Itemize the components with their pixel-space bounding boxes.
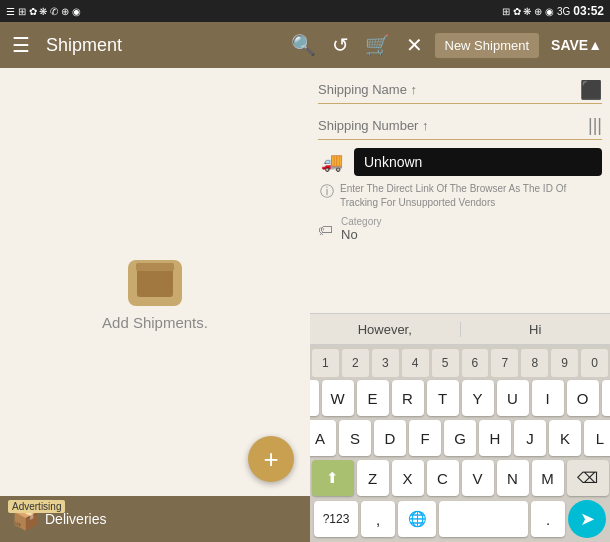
category-row: 🏷 Category No [318,216,602,242]
keyboard-row-1: Q W E R T Y U I O P [312,380,608,416]
key-c[interactable]: C [427,460,459,496]
delete-key[interactable]: ⌫ [567,460,609,496]
key-3[interactable]: 3 [372,349,399,377]
key-s[interactable]: S [339,420,371,456]
key-o[interactable]: O [567,380,599,416]
signal-icon: 3G [557,6,570,17]
send-key[interactable]: ➤ [568,500,606,538]
deliveries-label: Deliveries [45,511,106,527]
app-bar: ☰ Shipment 🔍 ↺ 🛒 ✕ New Shipment SAVE▲ [0,22,610,68]
key-y[interactable]: Y [462,380,494,416]
keyboard-row-3: ⬆ Z X C V N M ⌫ [312,460,608,496]
key-9[interactable]: 9 [551,349,578,377]
globe-key[interactable]: 🌐 [398,501,436,537]
key-5[interactable]: 5 [432,349,459,377]
keyboard-bottom-row: ?123 , 🌐 . ➤ [312,500,608,538]
category-value: No [341,227,382,242]
left-panel: Add Shipments. + Advertising 📦 Deliverie… [0,68,310,542]
refresh-icon[interactable]: ↺ [328,29,353,61]
key-2[interactable]: 2 [342,349,369,377]
key-4[interactable]: 4 [402,349,429,377]
key-1[interactable]: 1 [312,349,339,377]
key-d[interactable]: D [374,420,406,456]
status-right-icons: ⊞ ✿ ❋ ⊕ ◉ [502,6,554,17]
category-label: Category [341,216,382,227]
status-bar: ☰ ⊞ ✿ ❋ ✆ ⊕ ◉ ⊞ ✿ ❋ ⊕ ◉ 3G 03:52 [0,0,610,22]
autocomplete-item-1[interactable]: However, [310,322,461,337]
shift-key[interactable]: ⬆ [312,460,354,496]
key-x[interactable]: X [392,460,424,496]
advertising-badge: Advertising [8,500,65,513]
key-u[interactable]: U [497,380,529,416]
barcode-scan-button[interactable]: ||| [588,115,602,136]
search-icon[interactable]: 🔍 [287,29,320,61]
package-box [137,269,173,297]
fab-button[interactable]: + [248,436,294,482]
bottom-nav: Advertising 📦 Deliveries [0,496,310,542]
truck-icon: 🚚 [318,148,346,176]
key-j[interactable]: J [514,420,546,456]
carrier-badge: Unknown [354,148,602,176]
key-f[interactable]: F [409,420,441,456]
key-i[interactable]: I [532,380,564,416]
key-7[interactable]: 7 [491,349,518,377]
key-k[interactable]: K [549,420,581,456]
shipping-number-field: ||| [318,112,602,140]
new-shipment-button[interactable]: New Shipment [435,33,540,58]
category-content: Category No [341,216,382,242]
menu-icon[interactable]: ☰ [8,29,34,61]
carrier-row: 🚚 Unknown [318,148,602,176]
add-shipment-text: Add Shipments. [102,314,208,331]
key-r[interactable]: R [392,380,424,416]
key-0[interactable]: 0 [581,349,608,377]
tag-icon: 🏷 [318,221,333,238]
keyboard: 1 2 3 4 5 6 7 8 9 0 Q W E R T Y U I [310,345,610,542]
autocomplete-item-2[interactable]: Hi [461,322,611,337]
autocomplete-bar: However, Hi [310,313,610,345]
key-m[interactable]: M [532,460,564,496]
save-button[interactable]: SAVE▲ [551,37,602,53]
shipping-number-input[interactable] [318,114,588,137]
keyboard-row-2: A S D F G H J K L [312,420,608,456]
package-icon [128,260,182,306]
key-t[interactable]: T [427,380,459,416]
key-e[interactable]: E [357,380,389,416]
status-left-icons: ☰ ⊞ ✿ ❋ ✆ ⊕ ◉ [6,6,81,17]
key-6[interactable]: 6 [462,349,489,377]
main-content: Add Shipments. + Advertising 📦 Deliverie… [0,68,610,542]
qr-scan-button[interactable]: ⬛ [580,79,602,101]
comma-key[interactable]: , [361,501,395,537]
app-bar-title: Shipment [46,35,279,56]
keyboard-numbers-row: 1 2 3 4 5 6 7 8 9 0 [312,349,608,377]
form-area: ⬛ ||| 🚚 Unknown ⓘ Enter The Direc [310,68,610,313]
key-n[interactable]: N [497,460,529,496]
close-icon[interactable]: ✕ [402,29,427,61]
add-shipment-area: Add Shipments. [102,260,208,331]
status-left-text: ☰ ⊞ ✿ ❋ ✆ ⊕ ◉ [6,6,81,17]
key-l[interactable]: L [584,420,610,456]
key-v[interactable]: V [462,460,494,496]
shipping-name-field: ⬛ [318,76,602,104]
status-right-area: ⊞ ✿ ❋ ⊕ ◉ 3G 03:52 [502,4,604,18]
info-text: Enter The Direct Link Of The Browser As … [340,182,600,210]
status-time: 03:52 [573,4,604,18]
key-g[interactable]: G [444,420,476,456]
period-key[interactable]: . [531,501,565,537]
key-z[interactable]: Z [357,460,389,496]
numbers-toggle-key[interactable]: ?123 [314,501,358,537]
cart-icon[interactable]: 🛒 [361,29,394,61]
info-row: ⓘ Enter The Direct Link Of The Browser A… [318,182,602,210]
key-8[interactable]: 8 [521,349,548,377]
key-w[interactable]: W [322,380,354,416]
right-panel: ⬛ ||| 🚚 Unknown ⓘ Enter The Direc [310,68,610,542]
space-key[interactable] [439,501,528,537]
key-h[interactable]: H [479,420,511,456]
shipping-name-input[interactable] [318,78,580,101]
info-icon: ⓘ [320,183,334,201]
key-p[interactable]: P [602,380,611,416]
